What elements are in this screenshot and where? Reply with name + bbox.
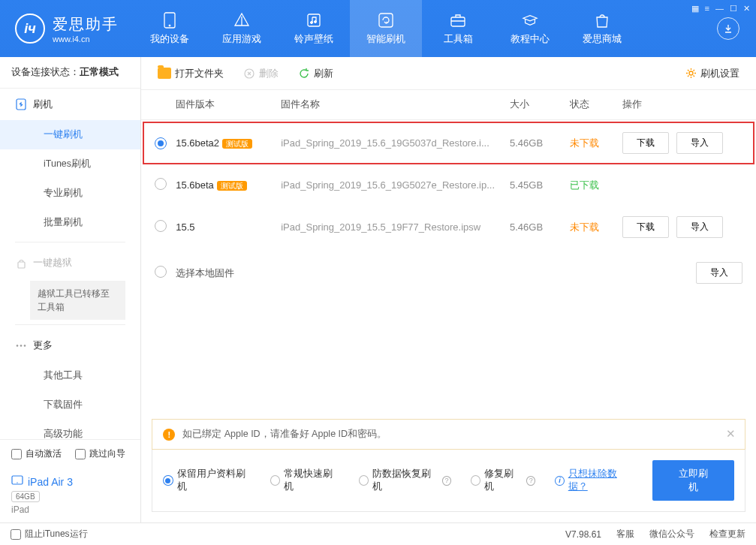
firmware-name: iPad_Spring_2019_15.5_19F77_Restore.ipsw — [281, 221, 510, 233]
app-title: 爱思助手 — [53, 14, 119, 35]
window-controls: ▦ ≡ — ☐ ✕ — [691, 4, 750, 14]
block-itunes-checkbox[interactable]: 阻止iTunes运行 — [11, 528, 88, 540]
svg-rect-5 — [379, 14, 393, 27]
sidebar-item-itunes[interactable]: iTunes刷机 — [0, 149, 140, 179]
nav-ringtones[interactable]: 铃声壁纸 — [278, 0, 350, 57]
svg-point-1 — [169, 25, 170, 26]
device-info[interactable]: iPad Air 3 64GB iPad — [0, 468, 140, 522]
import-button[interactable]: 导入 — [676, 132, 723, 154]
help-icon[interactable]: ? — [442, 476, 451, 486]
firmware-radio[interactable] — [155, 220, 167, 232]
firmware-row[interactable]: 15.5 iPad_Spring_2019_15.5_19F77_Restore… — [141, 204, 756, 250]
warning-icon: ! — [163, 429, 175, 441]
nav-my-device[interactable]: 我的设备 — [134, 0, 206, 57]
app-version: V7.98.61 — [565, 529, 601, 540]
sidebar-cat-more[interactable]: 更多 — [0, 330, 140, 361]
sidebar-item-other-tools[interactable]: 其他工具 — [0, 361, 140, 390]
import-button[interactable]: 导入 — [676, 216, 723, 238]
apple-id-tip: ! 如已绑定 Apple ID，请准备好 Apple ID和密码。 ✕ — [152, 419, 745, 450]
import-local-button[interactable]: 导入 — [696, 262, 742, 284]
folder-icon — [158, 68, 171, 79]
skip-guide-checkbox[interactable]: 跳过向导 — [75, 447, 125, 460]
firmware-status: 已下载 — [570, 179, 622, 192]
svg-point-10 — [20, 345, 23, 347]
download-manager-icon[interactable] — [717, 17, 739, 40]
sidebar-cat-flash[interactable]: 刷机 — [0, 89, 140, 120]
firmware-radio[interactable] — [155, 178, 167, 190]
opt-repair[interactable]: 修复刷机? — [471, 468, 535, 493]
svg-point-13 — [17, 482, 17, 483]
svg-point-3 — [311, 21, 313, 23]
erase-data-link[interactable]: 只想抹除数据？ — [568, 468, 633, 493]
col-name: 固件名称 — [281, 98, 510, 111]
check-update-link[interactable]: 检查更新 — [709, 528, 745, 540]
firmware-size: 5.46GB — [510, 137, 570, 149]
opt-anti-recovery[interactable]: 防数据恢复刷机? — [359, 468, 451, 493]
svg-point-11 — [24, 345, 26, 347]
open-folder-button[interactable]: 打开文件夹 — [152, 63, 230, 84]
nav-flash[interactable]: 智能刷机 — [350, 0, 422, 57]
main-nav: 我的设备 应用游戏 铃声壁纸 智能刷机 工具箱 教程中心 爱思商城 — [134, 0, 717, 57]
win-close-icon[interactable]: ✕ — [743, 4, 750, 14]
download-button[interactable]: 下载 — [622, 216, 669, 238]
flash-now-button[interactable]: 立即刷机 — [652, 460, 734, 501]
wechat-link[interactable]: 微信公众号 — [649, 528, 694, 540]
col-version: 固件版本 — [176, 98, 281, 111]
radio-local[interactable] — [155, 266, 167, 278]
svg-point-15 — [689, 71, 693, 75]
more-icon — [15, 339, 27, 351]
win-list-icon[interactable]: ≡ — [705, 4, 709, 14]
firmware-radio[interactable] — [155, 137, 167, 149]
beta-badge: 测试版 — [217, 181, 247, 191]
toolbar: 打开文件夹 删除 刷新 刷机设置 — [141, 57, 756, 90]
status-bar: 阻止iTunes运行 V7.98.61 客服 微信公众号 检查更新 — [0, 522, 756, 545]
svg-rect-6 — [451, 17, 465, 26]
win-menu-icon[interactable]: ▦ — [691, 4, 699, 14]
delete-button[interactable]: 删除 — [237, 63, 285, 84]
col-size: 大小 — [510, 98, 570, 111]
lock-icon — [15, 257, 27, 269]
firmware-row[interactable]: 15.6beta测试版 iPad_Spring_2019_15.6_19G502… — [141, 166, 756, 204]
logo-icon: iч — [15, 14, 45, 44]
firmware-name: iPad_Spring_2019_15.6_19G5027e_Restore.i… — [281, 179, 510, 191]
connection-status: 设备连接状态：正常模式 — [0, 57, 140, 89]
beta-badge: 测试版 — [222, 139, 252, 149]
device-icon — [161, 12, 178, 29]
opt-normal[interactable]: 常规快速刷机 — [270, 468, 339, 493]
firmware-version: 15.6beta测试版 — [176, 179, 281, 191]
tutorial-icon — [522, 12, 538, 29]
col-action: 操作 — [622, 98, 742, 111]
refresh-button[interactable]: 刷新 — [292, 63, 339, 84]
nav-tutorials[interactable]: 教程中心 — [494, 0, 566, 57]
sidebar-item-advanced[interactable]: 高级功能 — [0, 420, 140, 439]
win-minimize-icon[interactable]: — — [715, 4, 724, 14]
nav-apps[interactable]: 应用游戏 — [206, 0, 278, 57]
delete-icon — [243, 68, 255, 80]
ipad-icon — [11, 475, 23, 488]
svg-point-9 — [17, 345, 19, 347]
close-tip-icon[interactable]: ✕ — [726, 427, 736, 441]
nav-store[interactable]: 爱思商城 — [566, 0, 638, 57]
sidebar-item-download-fw[interactable]: 下载固件 — [0, 390, 140, 420]
table-header: 固件版本 固件名称 大小 状态 操作 — [141, 90, 756, 120]
firmware-size: 5.46GB — [510, 221, 570, 233]
sidebar-item-pro[interactable]: 专业刷机 — [0, 179, 140, 208]
firmware-version: 15.6beta2测试版 — [176, 137, 281, 149]
auto-activate-checkbox[interactable]: 自动激活 — [11, 447, 62, 460]
sidebar-item-batch[interactable]: 批量刷机 — [0, 208, 140, 237]
support-link[interactable]: 客服 — [616, 528, 634, 540]
win-maximize-icon[interactable]: ☐ — [730, 4, 737, 14]
flash-settings-button[interactable]: 刷机设置 — [679, 63, 745, 84]
sidebar-item-oneclick[interactable]: 一键刷机 — [0, 120, 140, 149]
sidebar-cat-jailbreak: 一键越狱 — [0, 247, 140, 279]
download-button[interactable]: 下载 — [622, 132, 669, 154]
help-icon[interactable]: ? — [526, 476, 535, 486]
flash-options: 保留用户资料刷机 常规快速刷机 防数据恢复刷机? 修复刷机? i只想抹除数据？ … — [152, 450, 745, 512]
opt-keep-data[interactable]: 保留用户资料刷机 — [163, 468, 251, 493]
nav-toolbox[interactable]: 工具箱 — [422, 0, 494, 57]
col-status: 状态 — [570, 98, 622, 111]
app-header: ▦ ≡ — ☐ ✕ iч 爱思助手 www.i4.cn 我的设备 应用游戏 铃声… — [0, 0, 756, 57]
firmware-version: 15.5 — [176, 221, 281, 233]
firmware-row[interactable]: 15.6beta2测试版 iPad_Spring_2019_15.6_19G50… — [141, 120, 756, 166]
gear-icon — [685, 68, 697, 80]
